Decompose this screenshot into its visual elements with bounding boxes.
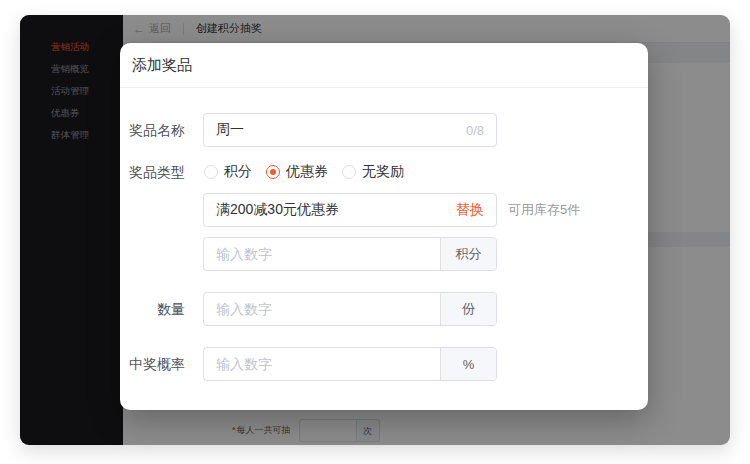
points-field: 积分 xyxy=(203,237,497,271)
coupon-field: 满200减30元优惠券 替换 xyxy=(203,193,497,227)
modal-title: 添加奖品 xyxy=(132,43,192,87)
prize-name-field: 0/8 xyxy=(203,113,497,147)
probability-field: % xyxy=(203,347,497,381)
radio-unchecked-icon xyxy=(342,165,356,179)
char-counter: 0/8 xyxy=(466,123,496,138)
quantity-field: 份 xyxy=(203,292,497,326)
points-unit: 积分 xyxy=(440,238,496,270)
radio-option-label: 无奖励 xyxy=(362,163,404,181)
points-input[interactable] xyxy=(204,246,440,262)
replace-coupon-button[interactable]: 替换 xyxy=(456,201,496,219)
modal-title-divider xyxy=(120,87,648,88)
screen: 营销活动 营销概览 活动管理 优惠券 群体管理 ← 返回 创建积分抽奖 xyxy=(0,0,750,464)
probability-input[interactable] xyxy=(204,356,440,372)
quantity-label: 数量 xyxy=(120,292,185,326)
stock-hint: 可用库存5件 xyxy=(508,193,580,227)
probability-unit: % xyxy=(440,348,496,380)
radio-option-label: 优惠券 xyxy=(286,163,328,181)
radio-option-coupon[interactable]: 优惠券 xyxy=(266,163,328,181)
radio-unchecked-icon xyxy=(204,165,218,179)
prize-type-radio-group: 积分 优惠券 无奖励 xyxy=(204,155,404,189)
probability-label: 中奖概率 xyxy=(120,347,185,381)
prize-type-label: 奖品类型 xyxy=(120,155,185,189)
quantity-input[interactable] xyxy=(204,301,440,317)
radio-option-points[interactable]: 积分 xyxy=(204,163,252,181)
quantity-unit: 份 xyxy=(440,293,496,325)
prize-name-input[interactable] xyxy=(204,122,466,138)
prize-name-label: 奖品名称 xyxy=(120,113,185,147)
radio-option-no-reward[interactable]: 无奖励 xyxy=(342,163,404,181)
radio-checked-icon xyxy=(266,165,280,179)
add-prize-modal: 添加奖品 奖品名称 0/8 奖品类型 积分 优惠券 无奖励 满2 xyxy=(120,43,648,410)
coupon-name: 满200减30元优惠券 xyxy=(204,201,456,219)
radio-option-label: 积分 xyxy=(224,163,252,181)
